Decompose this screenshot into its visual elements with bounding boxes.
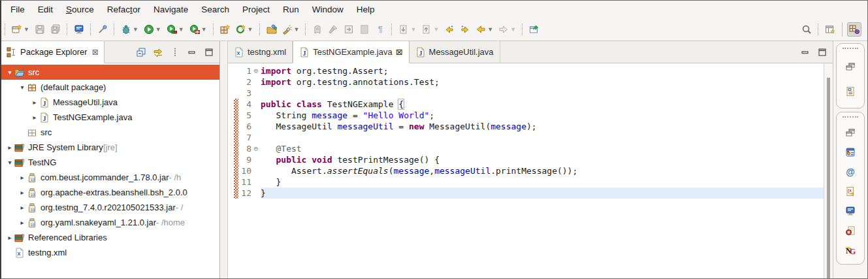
code-text[interactable]: import org.testng.Assert;: [261, 65, 824, 76]
error-log-icon[interactable]: [845, 225, 856, 236]
editor-tab-messageutil-java[interactable]: JMessageUtil.java: [410, 41, 500, 63]
code-text[interactable]: @Test: [261, 143, 824, 154]
code-line-8[interactable]: 8⊖ @Test: [228, 143, 824, 154]
expander-icon[interactable]: ▸: [18, 174, 27, 181]
console-icon[interactable]: [845, 206, 856, 216]
debug-button[interactable]: ▼: [119, 22, 140, 37]
code-line-10[interactable]: 10 Assert.assertEquals(message,messageUt…: [228, 165, 824, 176]
new-class-button[interactable]: ▼: [234, 22, 255, 37]
code-line-2[interactable]: 2import org.testng.annotations.Test;: [228, 76, 824, 88]
save-all-button[interactable]: [48, 22, 63, 37]
code-line-5[interactable]: 5 String message = "Hello World";: [228, 110, 824, 121]
outline-icon[interactable]: [845, 86, 856, 97]
menu-run[interactable]: Run: [276, 1, 306, 18]
menu-help[interactable]: Help: [350, 1, 381, 18]
package-explorer-tab[interactable]: Package Explorer ⊠: [1, 41, 104, 63]
expander-icon[interactable]: ▸: [18, 204, 27, 211]
expander-icon[interactable]: ▸: [5, 144, 14, 151]
dropdown-arrow-icon[interactable]: ▼: [433, 26, 439, 33]
format-button[interactable]: [326, 22, 340, 37]
synchronize-button[interactable]: [342, 22, 356, 37]
pin-console-button[interactable]: [95, 22, 110, 37]
expander-icon[interactable]: ▸: [30, 114, 39, 121]
dropdown-arrow-icon[interactable]: ▼: [133, 26, 138, 33]
fold-collapse-icon[interactable]: ⊖: [251, 143, 261, 154]
java-perspective-button[interactable]: J: [847, 22, 861, 37]
declaration-icon[interactable]: (x: [845, 186, 856, 197]
forward-button[interactable]: ▼: [496, 22, 518, 37]
previous-annotation-button[interactable]: ▼: [419, 22, 441, 37]
code-text[interactable]: public class TestNGExample {: [261, 99, 824, 110]
maximize-editor-button[interactable]: [817, 47, 828, 57]
dropdown-arrow-icon[interactable]: ▼: [178, 26, 184, 33]
expander-icon[interactable]: ▸: [5, 234, 14, 241]
new-java-project-button[interactable]: [218, 22, 233, 37]
menu-refactor[interactable]: Refactor: [101, 1, 147, 18]
code-text[interactable]: public void testPrintMessage() {: [261, 154, 824, 165]
dropdown-arrow-icon[interactable]: ▼: [510, 26, 516, 33]
next-annotation-button[interactable]: ▼: [396, 22, 418, 37]
code-line-7[interactable]: 7: [228, 132, 824, 143]
dropdown-arrow-icon[interactable]: ▼: [24, 26, 29, 33]
console-button[interactable]: [72, 22, 86, 37]
view-menu-button[interactable]: [170, 47, 180, 57]
link-with-editor-button[interactable]: [153, 47, 163, 57]
dropdown-arrow-icon[interactable]: ▼: [487, 26, 493, 33]
code-text[interactable]: }: [261, 176, 824, 188]
restore-view-icon[interactable]: [845, 61, 856, 72]
save-button[interactable]: [33, 22, 47, 37]
collapse-all-button[interactable]: [136, 47, 146, 57]
search-button[interactable]: [799, 22, 814, 37]
code-text[interactable]: Assert.assertEquals(message,messageUtil.…: [261, 165, 824, 176]
editor-scrollbar[interactable]: [827, 78, 830, 278]
coverage-button[interactable]: ▼: [165, 22, 186, 37]
code-text[interactable]: [261, 88, 824, 99]
minimize-view-button[interactable]: [187, 47, 197, 57]
code-line-12[interactable]: 12}: [228, 188, 824, 199]
tree-item-testng[interactable]: ▾TestNG: [1, 155, 219, 170]
expander-icon[interactable]: ▸: [18, 219, 27, 226]
code-text[interactable]: import org.testng.annotations.Test;: [261, 76, 824, 88]
code-text[interactable]: MessageUtil messageUtil = new MessageUti…: [261, 121, 824, 132]
open-type-button[interactable]: [265, 22, 279, 37]
drag-handle[interactable]: [843, 116, 858, 118]
mark-occurrences-button[interactable]: [310, 22, 325, 37]
menu-source[interactable]: Source: [59, 1, 101, 18]
dropdown-arrow-icon[interactable]: ▼: [410, 26, 416, 33]
code-line-6[interactable]: 6 MessageUtil messageUtil = new MessageU…: [228, 121, 824, 132]
tree-item-src[interactable]: src: [1, 125, 219, 140]
dropdown-arrow-icon[interactable]: ▼: [248, 26, 253, 33]
dropdown-arrow-icon[interactable]: ▼: [201, 26, 207, 33]
javadoc-icon[interactable]: @: [845, 167, 856, 177]
open-perspective-button[interactable]: [823, 22, 837, 37]
expander-icon[interactable]: ▾: [5, 69, 14, 76]
tree-item-referenced-libraries[interactable]: ▸Referenced Libraries: [1, 230, 219, 245]
dropdown-arrow-icon[interactable]: ▼: [155, 26, 161, 33]
expander-icon[interactable]: ▾: [18, 84, 27, 91]
close-tab-icon[interactable]: ⊠: [396, 47, 403, 57]
menu-file[interactable]: File: [4, 1, 31, 18]
maximize-view-button[interactable]: [204, 47, 214, 57]
expander-icon[interactable]: ▾: [5, 159, 14, 166]
drag-handle[interactable]: [843, 48, 858, 49]
expander-icon[interactable]: ▸: [18, 189, 27, 196]
code-line-4[interactable]: 4public class TestNGExample {: [228, 99, 824, 110]
editor-tab-testng-xml[interactable]: xtestng.xml: [228, 41, 293, 63]
tree-item-org-testng-7-4-0-r202105021533-jar[interactable]: ▸10org.testng_7.4.0.r202105021533.jar - …: [1, 200, 219, 215]
new-wizard-button[interactable]: ▼: [10, 22, 31, 37]
tree-item-src[interactable]: ▾src: [1, 65, 219, 80]
code-line-3[interactable]: 3: [228, 88, 824, 99]
tree-item-com-beust-jcommander-1-78-0-jar[interactable]: ▸10com.beust.jcommander_1.78.0.jar - /h: [1, 170, 219, 185]
last-edit-location-button[interactable]: [442, 22, 457, 37]
code-line-9[interactable]: 9 public void testPrintMessage() {: [228, 154, 824, 165]
code-text[interactable]: [261, 132, 824, 143]
code-editor[interactable]: 1⊖import org.testng.Assert;2import org.t…: [228, 63, 824, 278]
tree-item-testngexample-java[interactable]: ▸JTestNGExample.java: [1, 110, 219, 125]
code-text[interactable]: String message = "Hello World";: [261, 110, 824, 121]
tree-item-org-yaml-snakeyaml-1-21-0-jar[interactable]: ▸10org.yaml.snakeyaml_1.21.0.jar - /home: [1, 215, 219, 230]
code-text[interactable]: }: [261, 188, 824, 199]
back-button[interactable]: ▼: [474, 22, 495, 37]
tree-item-jre-system-library[interactable]: ▸JRE System Library [jre]: [1, 140, 219, 155]
fold-collapse-icon[interactable]: ⊖: [251, 65, 261, 76]
menu-search[interactable]: Search: [195, 1, 236, 18]
